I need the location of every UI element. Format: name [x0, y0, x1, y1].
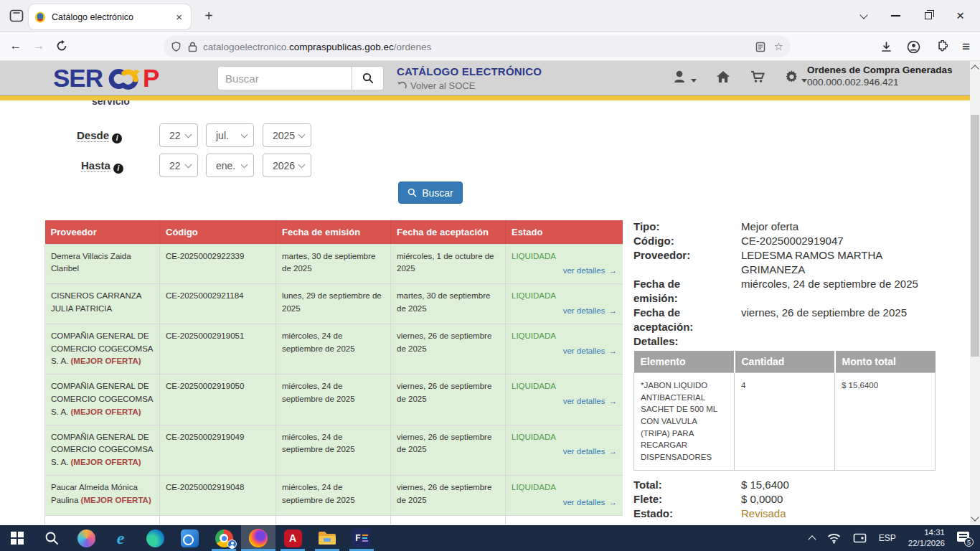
detail-summary-value: $ 15,6400 [741, 478, 935, 492]
browser-tab[interactable]: Catálogo electrónico × [29, 4, 191, 29]
wifi-icon[interactable] [827, 533, 841, 544]
tray-expand-chevron[interactable] [808, 535, 816, 543]
home-button[interactable] [715, 70, 731, 87]
taskbar-firefox-button[interactable] [241, 525, 275, 551]
volver-soce-link[interactable]: Volver al SOCE [397, 80, 475, 91]
ver-detalles-link[interactable]: ver detalles→ [512, 345, 617, 358]
reader-mode-icon[interactable] [755, 42, 765, 52]
order-row[interactable]: COMPAÑIA GENERAL DE COMERCIO COGECOMSA S… [45, 324, 623, 374]
window-minimize-button[interactable] [891, 15, 900, 17]
reload-button[interactable] [50, 39, 73, 52]
order-row[interactable]: Paucar Almeida Mónica Paulina (MEJOR OFE… [45, 476, 623, 516]
detail-field: Proveedor:LEDESMA RAMOS MARTHA GRIMANEZA [633, 248, 935, 277]
order-row[interactable]: LEDESMA RAMOS MARTHA GRIMANEZA (MEJOR OF… [45, 515, 623, 524]
order-row[interactable]: COMPAÑIA GENERAL DE COMERCIO COGECOMSA S… [45, 425, 623, 475]
taskbar-clock[interactable]: 14:3122/1/2026 [908, 527, 945, 549]
buscar-button[interactable]: Buscar [398, 182, 463, 204]
order-row[interactable]: COMPAÑIA GENERAL DE COMERCIO COGECOMSA S… [45, 375, 623, 425]
browser-tab-bar: Catálogo electrónico × + × [0, 0, 980, 32]
user-menu-button[interactable] [673, 70, 697, 87]
tab-list-chevron-icon[interactable] [859, 11, 867, 19]
ver-detalles-link[interactable]: ver detalles→ [512, 305, 617, 318]
taskbar-explorer-button[interactable] [310, 525, 344, 551]
language-indicator[interactable]: ESP [879, 533, 896, 543]
sercop-logo[interactable]: SER P [53, 64, 159, 93]
user-icon [673, 70, 689, 84]
firefox-view-icon[interactable] [9, 8, 24, 24]
f-app-icon: F [352, 529, 371, 547]
tab-close-icon[interactable]: × [173, 11, 185, 23]
order-row[interactable]: Demera Villacis Zaida ClaribelCE-2025000… [45, 244, 623, 284]
chevron-down-icon [185, 161, 192, 168]
detail-field-label: Detalles: [633, 334, 741, 349]
window-close-button[interactable]: × [956, 11, 964, 20]
orders-table-container: ProveedorCódigoFecha de emisiónFecha de … [44, 220, 623, 524]
mejor-oferta-tag: (MEJOR OFERTA) [71, 408, 141, 416]
info-icon[interactable]: i [112, 133, 122, 143]
detail-summary-label: Total: [633, 478, 741, 492]
ver-detalles-label: ver detalles [563, 447, 606, 456]
clock-time: 14:31 [924, 528, 945, 537]
scrollbar-up-arrow[interactable] [971, 65, 979, 72]
shield-icon[interactable] [171, 41, 182, 52]
hasta-day-select[interactable]: 22 [159, 154, 198, 177]
back-button[interactable]: ← [4, 39, 27, 53]
notification-center-button[interactable]: 5 [957, 532, 971, 545]
download-icon[interactable] [880, 41, 892, 53]
menu-icon[interactable]: ≡ [962, 39, 970, 55]
taskbar-copilot-button[interactable] [69, 525, 103, 551]
fecha-emision-cell: miércoles, 24 de septiembre de 2025 [276, 324, 391, 374]
detail-fields: Tipo:Mejor ofertaCódigo:CE-2025000291904… [633, 220, 935, 349]
ver-detalles-link[interactable]: ver detalles→ [512, 446, 617, 458]
taskbar-chrome-button[interactable] [207, 525, 241, 551]
detail-summary-row: Flete:$ 0,0000 [633, 492, 935, 507]
cart-button[interactable] [750, 70, 765, 87]
url-bar[interactable]: catalogoelectronico.compraspublicas.gob.… [164, 36, 791, 57]
detail-field-label: Proveedor: [633, 248, 741, 277]
url-text: catalogoelectronico.compraspublicas.gob.… [203, 42, 755, 52]
site-search-button[interactable] [352, 66, 384, 90]
order-row[interactable]: CISNEROS CARRANZA JULIA PATRICIACE-20250… [45, 284, 623, 324]
ver-detalles-link[interactable]: ver detalles→ [512, 496, 617, 509]
ver-detalles-link[interactable]: ver detalles→ [512, 265, 617, 278]
forward-button[interactable]: → [27, 39, 50, 53]
scrollbar-thumb[interactable] [971, 115, 979, 357]
page-scrollbar[interactable] [970, 61, 980, 525]
ver-detalles-label: ver detalles [563, 397, 606, 405]
site-search-input[interactable] [217, 66, 352, 90]
bookmark-star-icon[interactable]: ☆ [774, 40, 783, 53]
desde-day-select[interactable]: 22 [159, 123, 198, 147]
taskbar-fapp-button[interactable]: F [344, 525, 379, 551]
detail-field-value: CE-20250002919047 [741, 234, 935, 248]
display-connect-icon[interactable] [853, 533, 867, 544]
desde-month-select[interactable]: jul. [206, 123, 254, 147]
info-icon[interactable]: i [113, 164, 123, 174]
taskbar-edge-button[interactable] [138, 525, 172, 551]
start-button[interactable] [0, 525, 34, 551]
orders-counter-label: Ordenes de Compra Generadas [807, 65, 961, 75]
desde-year-select[interactable]: 2025 [263, 123, 311, 147]
codigo-cell: CE-20250002921184 [160, 284, 276, 324]
taskbar-ie-button[interactable]: e [103, 525, 138, 551]
taskbar-acrobat-button[interactable]: A [275, 525, 310, 551]
hasta-year-select[interactable]: 2026 [263, 154, 311, 177]
estado-cell: LIQUIDADAver detalles→ [506, 324, 623, 374]
firefox-icon [249, 529, 268, 547]
account-icon[interactable] [907, 40, 920, 54]
arrow-right-icon: → [609, 306, 618, 315]
window-restore-button[interactable] [925, 12, 932, 19]
detail-field-label: Fecha de emisión: [633, 277, 741, 306]
new-tab-button[interactable]: + [199, 7, 218, 26]
detail-field-value [741, 334, 935, 349]
taskbar-outlook-button[interactable] [172, 525, 207, 551]
orders-table: ProveedorCódigoFecha de emisiónFecha de … [44, 220, 623, 524]
outlook-icon [181, 529, 199, 547]
ver-detalles-link[interactable]: ver detalles→ [512, 395, 617, 408]
extensions-icon[interactable] [935, 40, 948, 53]
lock-icon[interactable] [188, 42, 197, 52]
settings-menu-button[interactable] [784, 70, 807, 87]
scrollbar-down-arrow[interactable] [971, 513, 979, 521]
hasta-month-select[interactable]: ene. [206, 154, 254, 177]
estado-cell: LIQUIDADAver detalles→ [506, 476, 623, 516]
taskbar-search-button[interactable] [34, 525, 69, 551]
